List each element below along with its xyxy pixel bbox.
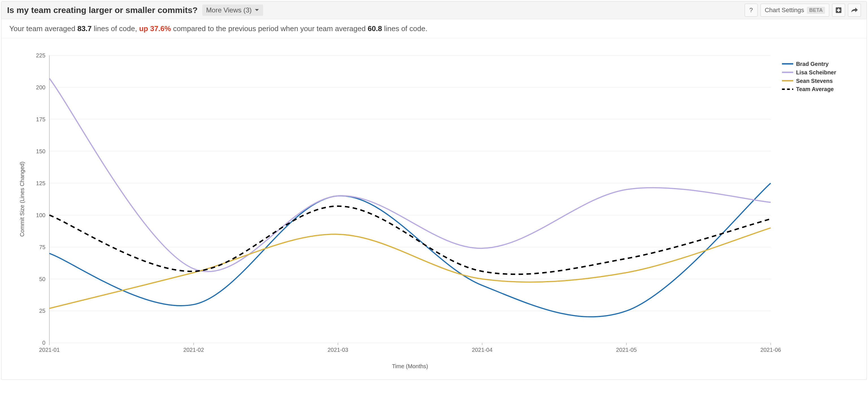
share-button[interactable]: [848, 4, 861, 17]
svg-text:2021-03: 2021-03: [328, 347, 348, 353]
chart-panel: Is my team creating larger or smaller co…: [1, 1, 867, 380]
svg-text:Sean Stevens: Sean Stevens: [796, 78, 833, 84]
help-icon: ?: [749, 6, 753, 14]
summary-prev-avg: 60.8: [368, 24, 382, 33]
svg-text:200: 200: [36, 84, 45, 91]
svg-text:2021-04: 2021-04: [472, 347, 493, 353]
svg-text:Commit Size (Lines Changed): Commit Size (Lines Changed): [19, 162, 25, 237]
svg-text:150: 150: [36, 148, 45, 155]
add-to-dashboard-button[interactable]: [832, 4, 845, 17]
chart-settings-button[interactable]: Chart Settings BETA: [761, 4, 829, 17]
summary-text: Your team averaged: [9, 24, 77, 33]
svg-text:100: 100: [36, 212, 45, 218]
svg-text:2021-06: 2021-06: [760, 347, 781, 353]
svg-text:2021-05: 2021-05: [616, 347, 637, 353]
svg-text:225: 225: [36, 52, 45, 59]
svg-text:50: 50: [39, 276, 45, 282]
svg-text:75: 75: [39, 244, 45, 250]
chart-area: 02550751001251501752002252021-012021-022…: [1, 38, 867, 379]
svg-text:Brad Gentry: Brad Gentry: [796, 61, 829, 67]
page-title: Is my team creating larger or smaller co…: [7, 5, 198, 15]
summary-delta: up 37.6%: [139, 24, 171, 33]
svg-rect-2: [837, 10, 840, 11]
svg-text:Time (Months): Time (Months): [392, 363, 428, 369]
svg-text:Team Average: Team Average: [796, 86, 834, 92]
svg-text:Lisa Scheibner: Lisa Scheibner: [796, 69, 836, 75]
summary-current-avg: 83.7: [77, 24, 92, 33]
caret-down-icon: [255, 9, 259, 11]
svg-text:25: 25: [39, 308, 45, 314]
svg-text:0: 0: [42, 340, 45, 346]
more-views-label: More Views (3): [206, 6, 252, 14]
add-panel-icon: [835, 7, 842, 13]
svg-text:175: 175: [36, 116, 45, 123]
share-arrow-icon: [851, 7, 858, 13]
summary-text: lines of code,: [92, 24, 139, 33]
summary-sentence: Your team averaged 83.7 lines of code, u…: [1, 19, 867, 38]
panel-header: Is my team creating larger or smaller co…: [1, 1, 867, 19]
svg-text:125: 125: [36, 180, 45, 187]
summary-text: compared to the previous period when you…: [171, 24, 368, 33]
beta-badge: BETA: [807, 7, 825, 14]
summary-text: lines of code.: [382, 24, 427, 33]
line-chart[interactable]: 02550751001251501752002252021-012021-022…: [13, 44, 855, 377]
help-button[interactable]: ?: [745, 4, 758, 17]
chart-settings-label: Chart Settings: [765, 6, 804, 14]
svg-text:2021-01: 2021-01: [39, 347, 60, 353]
more-views-dropdown[interactable]: More Views (3): [202, 4, 263, 16]
svg-text:2021-02: 2021-02: [183, 347, 204, 353]
